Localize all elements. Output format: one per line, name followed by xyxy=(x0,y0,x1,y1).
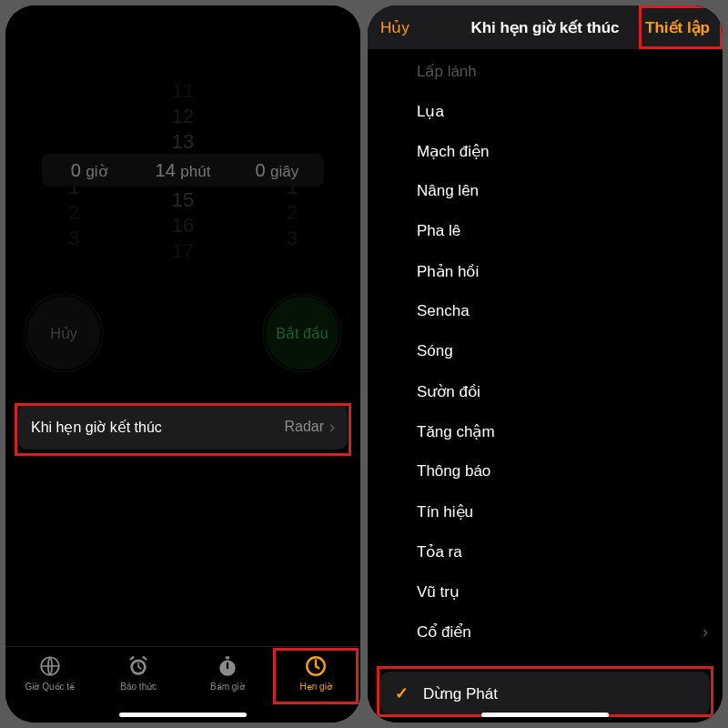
tab-label: Giờ Quốc tế xyxy=(25,682,75,692)
picker-selection-bar: 0 giờ 14 phút 0 giây xyxy=(42,154,324,187)
tab-timer[interactable]: Hẹn giờ xyxy=(272,654,361,692)
sound-list[interactable]: Lấp lánhLụaMạch điệnNâng lênPha lêPhản h… xyxy=(368,49,723,652)
sound-item[interactable]: Sườn đồi xyxy=(368,371,723,411)
sound-item[interactable]: Tín hiệu xyxy=(368,491,723,531)
tab-label: Báo thức xyxy=(120,682,157,692)
svg-rect-4 xyxy=(226,656,229,659)
sheet-header: Hủy Khi hẹn giờ kết thúc Thiết lập xyxy=(368,5,723,49)
chevron-right-icon: › xyxy=(703,622,708,642)
minutes-value: 14 xyxy=(156,160,176,180)
stop-playing-row[interactable]: ✓ Dừng Phát xyxy=(380,672,710,715)
tab-label: Bấm giờ xyxy=(210,682,245,692)
seconds-unit: giây xyxy=(270,163,298,180)
home-indicator[interactable] xyxy=(481,713,609,717)
timer-screen: 0 giờ 14 phút 0 giây 1 2 3 11 12 13 15 1… xyxy=(5,5,360,723)
tab-label: Hẹn giờ xyxy=(300,682,332,692)
sound-item[interactable]: Lấp lánh xyxy=(368,51,723,91)
done-button[interactable]: Thiết lập xyxy=(645,18,710,37)
sound-item[interactable]: Thông báo xyxy=(368,451,723,491)
globe-icon xyxy=(38,654,62,678)
sound-item-classic[interactable]: Cổ điển› xyxy=(368,612,723,652)
cancel-button[interactable]: Hủy xyxy=(380,18,410,37)
sound-item[interactable]: Sóng xyxy=(368,331,723,371)
stop-playing-label: Dừng Phát xyxy=(423,684,498,703)
chevron-right-icon: › xyxy=(329,418,335,437)
sound-picker-sheet: Hủy Khi hẹn giờ kết thúc Thiết lập Lấp l… xyxy=(368,5,723,723)
sound-item[interactable]: Tỏa ra xyxy=(368,531,723,571)
sound-item[interactable]: Vũ trụ xyxy=(368,571,723,612)
start-button-label: Bắt đầu xyxy=(276,325,328,342)
sound-item[interactable]: Tăng chậm xyxy=(368,411,723,451)
when-timer-ends-value: Radar xyxy=(284,419,324,435)
when-timer-ends-row[interactable]: Khi hẹn giờ kết thúc Radar › xyxy=(18,404,348,450)
timer-icon xyxy=(304,654,328,678)
sound-item[interactable]: Phản hồi xyxy=(368,251,723,291)
home-indicator[interactable] xyxy=(119,713,247,717)
minutes-unit: phút xyxy=(180,163,210,180)
tab-alarm[interactable]: Báo thức xyxy=(95,654,184,692)
tab-bar: Giờ Quốc tế Báo thức Bấm giờ Hẹn giờ xyxy=(5,646,360,723)
timer-buttons-row: Hủy Bắt đầu xyxy=(5,297,360,369)
alarm-icon xyxy=(126,654,150,678)
tab-stopwatch[interactable]: Bấm giờ xyxy=(183,654,272,692)
sound-item[interactable]: Mạch điện xyxy=(368,131,723,171)
sound-item[interactable]: Lụa xyxy=(368,91,723,131)
start-button[interactable]: Bắt đầu xyxy=(266,297,339,369)
tab-world-clock[interactable]: Giờ Quốc tế xyxy=(5,654,95,692)
sound-item[interactable]: Pha lê xyxy=(368,211,723,251)
sound-item[interactable]: Nâng lên xyxy=(368,171,723,211)
seconds-value: 0 xyxy=(255,160,265,180)
checkmark-icon: ✓ xyxy=(395,683,409,703)
sound-item-label: Cổ điển xyxy=(417,622,471,642)
cancel-button-label: Hủy xyxy=(50,325,77,342)
cancel-button[interactable]: Hủy xyxy=(27,297,100,369)
hours-value: 0 xyxy=(71,160,81,180)
when-timer-ends-label: Khi hẹn giờ kết thúc xyxy=(31,419,162,436)
hours-unit: giờ xyxy=(86,163,106,180)
duration-picker[interactable]: 0 giờ 14 phút 0 giây 1 2 3 11 12 13 15 1… xyxy=(5,78,360,260)
sound-picker-screen: Hủy Khi hẹn giờ kết thúc Thiết lập Lấp l… xyxy=(368,5,723,723)
stopwatch-icon xyxy=(216,654,239,678)
sound-item[interactable]: Sencha xyxy=(368,291,723,331)
